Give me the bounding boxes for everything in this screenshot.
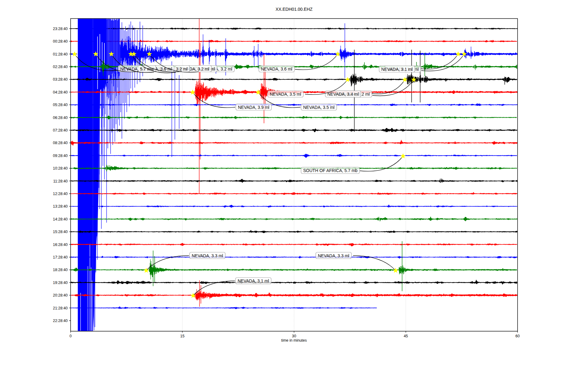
svg-text:NEVADA, 3.3 ml: NEVADA, 3.3 ml: [318, 253, 349, 258]
svg-text:NEVADA, 3.1 ml: NEVADA, 3.1 ml: [238, 278, 269, 283]
svg-text:NEVADA, 3.4 ml: NEVADA, 3.4 ml: [327, 92, 359, 97]
svg-text:04:28:40: 04:28:40: [53, 90, 68, 94]
svg-text:21:28:40: 21:28:40: [53, 306, 68, 310]
svg-text:01:28:40: 01:28:40: [53, 52, 68, 56]
svg-text:0: 0: [70, 334, 72, 338]
svg-text:NEVADA, 3.5 ml: NEVADA, 3.5 ml: [303, 105, 334, 110]
svg-text:NEVADA, 3.3 ml: NEVADA, 3.3 ml: [192, 253, 223, 258]
svg-text:03:28:40: 03:28:40: [53, 77, 68, 82]
svg-text:30: 30: [292, 334, 296, 338]
svg-text:14:28:40: 14:28:40: [53, 217, 68, 221]
svg-text:17:28:40: 17:28:40: [53, 255, 68, 259]
svg-text:20:28:40: 20:28:40: [53, 293, 68, 297]
svg-text:16:28:40: 16:28:40: [53, 243, 68, 247]
svg-text:NEVADA, 3.9 ml: NEVADA, 3.9 ml: [238, 105, 269, 110]
svg-text:13:28:40: 13:28:40: [53, 204, 68, 209]
svg-text:18:28:40: 18:28:40: [53, 268, 68, 272]
svg-text:12:28:40: 12:28:40: [53, 192, 68, 196]
svg-text:10:28:40: 10:28:40: [53, 166, 68, 171]
svg-text:02:28:40: 02:28:40: [53, 65, 68, 69]
svg-text:05:28:40: 05:28:40: [53, 103, 68, 107]
svg-text:NEVADA, 3.6 ml: NEVADA, 3.6 ml: [261, 67, 292, 71]
svg-text:45: 45: [404, 334, 408, 338]
svg-text:SOUTH OF AFRICA, 5.7 mb: SOUTH OF AFRICA, 5.7 mb: [303, 168, 358, 173]
svg-text:NEVADA, 3.1 ml: NEVADA, 3.1 ml: [381, 67, 413, 72]
svg-text:07:28:40: 07:28:40: [53, 128, 68, 132]
svg-text:time in minutes: time in minutes: [281, 338, 307, 343]
svg-text:22:28:40: 22:28:40: [53, 319, 68, 323]
svg-text:09:28:40: 09:28:40: [53, 154, 68, 158]
svg-text:00:28:40: 00:28:40: [53, 39, 68, 44]
svg-text:NEVADA, 3.5 ml: NEVADA, 3.5 ml: [270, 92, 301, 97]
svg-text:XX.EDH01.00.EHZ: XX.EDH01.00.EHZ: [276, 7, 313, 12]
svg-text:15: 15: [180, 334, 185, 338]
svg-text:15:28:40: 15:28:40: [53, 230, 68, 234]
svg-text:08:28:40: 08:28:40: [53, 141, 68, 145]
svg-text:60: 60: [515, 334, 520, 338]
svg-text:19:28:40: 19:28:40: [53, 281, 68, 285]
svg-text:NEVADA, 5.7 mw: NEVADA, 5.7 mw: [120, 67, 154, 71]
svg-text:06:28:40: 06:28:40: [53, 116, 68, 120]
svg-text:11:28:40: 11:28:40: [53, 179, 68, 183]
svg-text:23:28:40: 23:28:40: [53, 27, 68, 31]
